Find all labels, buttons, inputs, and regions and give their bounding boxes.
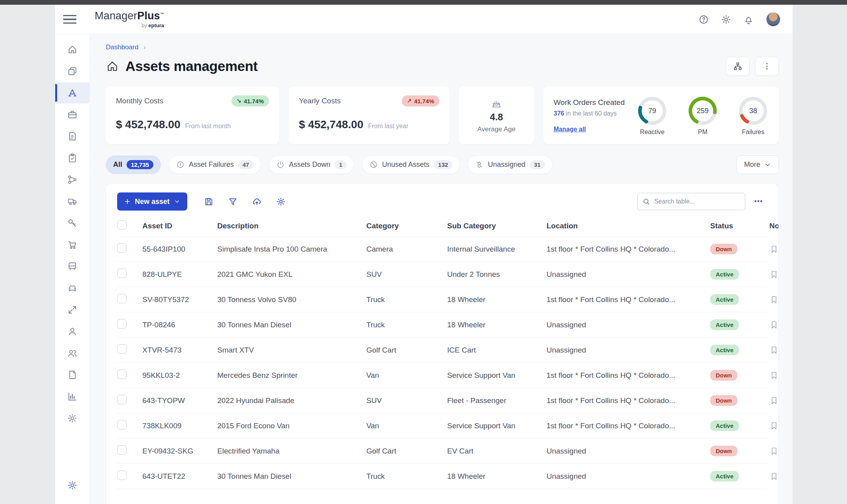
row-checkbox[interactable] [117,269,127,278]
sidebar-item-admin-settings[interactable] [55,475,90,496]
col-description[interactable]: Description [217,222,366,230]
sidebar-item-assets[interactable] [55,82,90,103]
monthly-costs-caption: From last month [185,123,231,130]
assets-table-card: New asset ⋯ [106,183,779,504]
asset-icon [67,88,78,98]
bookmark-icon[interactable] [769,295,779,304]
monthly-costs-label: Monthly Costs [116,97,163,105]
branch-icon [67,174,78,185]
bookmark-icon[interactable] [769,320,779,330]
sidebar-item-buses[interactable] [55,256,90,277]
col-asset-id[interactable]: Asset ID [142,222,217,230]
cell-location: Unassigned [547,472,710,481]
sidebar-item-invoices[interactable] [55,126,90,147]
cell-asset-id: XTVR-5473 [142,346,217,355]
cell-location: 1st floor * Fort Collins HQ * Colorado..… [547,245,710,254]
row-checkbox[interactable] [117,243,127,253]
col-location[interactable]: Location [547,222,710,230]
table-row[interactable]: 738KLK009 2015 Ford Econo Van Van Servic… [117,413,767,439]
table-row[interactable]: EY-09432-SKG Electrified Yamaha Golf Car… [117,439,767,464]
filter-chip-asset-failures[interactable]: Asset Failures 47 [169,155,261,174]
sidebar-item-requests[interactable] [55,299,90,320]
filter-icon[interactable] [228,197,238,207]
sidebar-item-work-orders[interactable] [55,104,90,125]
row-checkbox[interactable] [117,370,127,379]
save-view-icon[interactable] [204,197,214,207]
manage-all-link[interactable]: Manage all [554,126,625,133]
bookmark-icon[interactable] [769,345,779,355]
bookmark-icon[interactable] [769,421,779,431]
col-sub-category[interactable]: Sub Category [447,222,547,230]
bookmark-icon[interactable] [769,371,779,380]
table-row[interactable]: 643-TYOPW 2022 Hyundai Palisade SUV Flee… [117,388,767,413]
work-orders-title: Work Orders Created [554,98,625,107]
slash-icon [369,161,378,169]
filter-chip-all[interactable]: All 12,735 [106,155,161,174]
sidebar-item-contacts[interactable] [55,321,90,342]
row-checkbox[interactable] [117,470,127,480]
cell-notices [769,245,779,254]
sidebar-item-purchasing[interactable] [55,234,90,255]
search-table-box [637,193,745,210]
row-checkbox[interactable] [117,395,127,404]
new-asset-button[interactable]: New asset [117,192,187,211]
view-layout-button[interactable] [726,57,750,76]
menu-icon[interactable] [63,15,76,24]
settings-icon[interactable] [721,14,731,25]
select-all-checkbox[interactable] [117,220,127,230]
table-more-button[interactable]: ⋯ [754,196,763,207]
bookmark-icon[interactable] [769,270,779,279]
sidebar-item-locations[interactable] [55,169,90,190]
sidebar-item-home[interactable] [55,39,90,60]
kebab-menu-icon [762,62,772,71]
filter-chip-unused-assets[interactable]: Unused Assets 132 [362,155,460,174]
row-checkbox[interactable] [117,344,127,354]
sidebar-item-keys[interactable] [55,213,90,233]
search-table-input[interactable] [654,198,740,205]
col-status[interactable]: Status [710,222,769,230]
sidebar-item-fleet[interactable] [55,191,90,212]
table-row[interactable]: 95KKL03-2 Mercedes Benz Sprinter Van Ser… [117,363,767,388]
cell-description: Electrified Yamaha [217,447,366,455]
sidebar-item-settings[interactable] [55,408,90,429]
file-icon [67,370,78,380]
table-row[interactable]: 828-ULPYE 2021 GMC Yukon EXL SUV Under 2… [117,262,767,287]
sidebar-item-documents[interactable] [55,364,90,385]
cell-sub-category: Internal Surveillance [447,245,547,254]
col-notices[interactable]: Notices [769,222,779,230]
row-checkbox[interactable] [117,445,127,455]
page-more-button[interactable] [755,57,779,76]
filter-chip-assets-down[interactable]: Assets Down 1 [269,155,354,174]
sidebar-nav [55,34,90,504]
import-cloud-icon[interactable] [252,197,262,207]
bookmark-icon[interactable] [769,396,779,405]
notifications-bell-icon[interactable] [743,14,754,25]
screen-top-strip [0,0,847,5]
table-row[interactable]: TP-08246 30 Tonnes Man Diesel Truck 18 W… [117,312,767,338]
sidebar-item-vehicles[interactable] [55,278,90,299]
user-avatar[interactable] [766,12,781,27]
breadcrumb-dashboard-link[interactable]: Dashboard [106,43,138,51]
gauge-pm: 259 PM [687,95,718,136]
sidebar-item-teams[interactable] [55,343,90,364]
col-category[interactable]: Category [366,222,447,230]
sidebar-item-analytics[interactable] [55,386,90,407]
filter-chip-unassigned[interactable]: Unassigned 31 [468,155,552,174]
table-row[interactable]: SV-80TY5372 30 Tonness Volvo SV80 Truck … [117,287,767,312]
bookmark-icon[interactable] [769,245,779,254]
bookmark-icon[interactable] [769,446,779,456]
sidebar-item-modules[interactable] [55,61,90,82]
row-checkbox[interactable] [117,294,127,303]
bookmark-icon[interactable] [769,472,779,481]
table-settings-icon[interactable] [276,197,286,207]
sidebar-item-inspections[interactable] [55,147,90,168]
row-checkbox[interactable] [117,420,127,429]
row-checkbox[interactable] [117,319,127,329]
more-filters-button[interactable]: More [737,155,779,174]
table-row[interactable]: XTVR-5473 Smart XTV Golf Cart ICE Cart U… [117,338,767,363]
cell-location: Unassigned [547,346,710,355]
table-row[interactable]: 643-UTET22 30 Tonnes Man Diesel Truck 18… [117,464,767,489]
average-age-label: Average Age [477,125,515,133]
table-row[interactable]: 55-643IP100 Simplisafe Insta Pro 100 Cam… [117,237,767,262]
help-icon[interactable] [698,14,709,25]
